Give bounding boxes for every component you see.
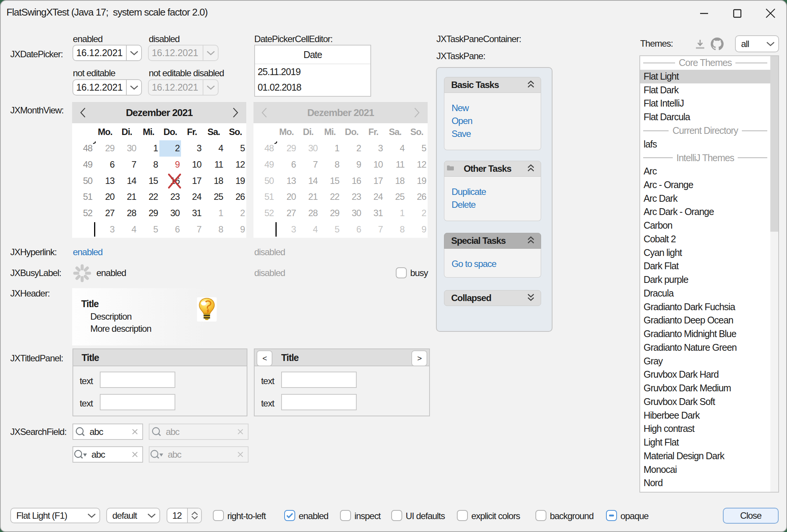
calendar-day-cell[interactable]: 9 [225,221,246,238]
calendar-day-cell[interactable]: 7 [181,221,203,238]
taskpane-link[interactable]: Open [452,115,541,127]
calendar-day-cell[interactable]: 18 [384,173,406,189]
calendar-day-cell[interactable]: 2 [225,205,246,221]
calendar-day-cell[interactable]: 20 [275,189,297,205]
checkbox-label[interactable]: opaque [620,511,648,521]
theme-item[interactable]: High contrast [640,422,770,436]
theme-item[interactable]: Gradianto Midnight Blue [640,327,770,341]
calendar-day-cell[interactable]: 15 [138,173,159,189]
calendar-day-cell[interactable]: 13 [94,173,116,189]
taskpane-link[interactable]: Save [452,127,541,140]
calendar-day-cell[interactable]: 1 [384,205,406,221]
taskpane-link[interactable]: Go to space [452,257,541,270]
calendar-day-cell[interactable]: 10 [181,157,203,173]
calendar-day-cell[interactable]: 9 [406,221,428,238]
search-dropdown-icon[interactable] [74,450,87,460]
calendar-day-cell[interactable]: 12 [225,157,246,173]
calendar-day-cell[interactable]: 4 [297,221,319,238]
date-table-header[interactable]: Date [255,46,370,64]
theme-item[interactable]: Arc - Orange [640,178,770,192]
checkbox-label[interactable]: enabled [299,511,328,521]
spinner-value[interactable]: 12 [167,508,187,523]
calendar-day-cell[interactable]: 3 [181,140,203,157]
calendar-prev-button[interactable] [253,102,275,123]
calendar-day-cell[interactable]: 9 [159,157,181,173]
calendar-day-cell[interactable]: 16 [341,173,362,189]
checkbox-background[interactable] [535,510,546,521]
github-icon[interactable] [711,38,724,52]
calendar-day-cell[interactable]: 1 [203,205,225,221]
titledpanel-right-button[interactable]: > [411,350,427,366]
calendar-day-cell[interactable]: 14 [297,173,319,189]
calendar-day-cell[interactable]: 1 [138,140,159,157]
calendar-day-cell[interactable]: 25 [203,189,225,205]
calendar-day-cell[interactable]: 4 [384,140,406,157]
calendar-day-cell[interactable]: 31 [181,205,203,221]
theme-item[interactable]: Light Flat [640,436,770,449]
calendar-day-cell[interactable]: 24 [362,189,384,205]
calendar-day-cell[interactable]: 30 [159,205,181,221]
calendar-day-cell[interactable]: 9 [341,157,362,173]
checkbox-enabled[interactable] [284,510,295,521]
checkbox-label[interactable]: UI defaults [406,511,445,521]
checkbox-explicit-colors[interactable] [457,510,468,521]
search-input[interactable]: abc [90,427,132,437]
calendar-day-cell[interactable]: 30 [297,140,319,157]
theme-item[interactable]: Dracula [640,287,770,300]
font-size-spinner[interactable]: 12 [167,508,202,523]
theme-combo[interactable]: Flat Light (F1) [10,508,100,523]
font-combo[interactable]: default [106,508,160,523]
chevron-double-down-icon[interactable] [527,289,535,305]
theme-item[interactable]: Flat Dark [640,83,770,97]
taskpane-header[interactable]: Collapsed [444,290,541,306]
theme-item[interactable]: Gradianto Nature Green [640,341,770,355]
busy-checkbox-label[interactable]: busy [410,268,428,278]
calendar-next-button[interactable] [406,102,428,123]
calendar-day-cell[interactable]: 16 [159,173,181,189]
calendar-day-cell[interactable]: 20 [94,189,116,205]
calendar-day-cell[interactable]: 11 [384,157,406,173]
theme-item[interactable]: Arc Dark [640,192,770,206]
chevron-double-up-icon[interactable] [527,76,535,92]
calendar-day-cell[interactable]: 6 [341,221,362,238]
checkbox-inspect[interactable] [340,510,351,521]
maximize-button[interactable] [724,1,751,26]
calendar-day-cell[interactable]: 2 [406,205,428,221]
calendar-day-cell[interactable]: 23 [159,189,181,205]
hyperlink-enabled[interactable]: enabled [73,247,102,257]
datepicker-enabled[interactable]: 16.12.2021 [72,45,142,61]
close-window-button[interactable] [757,1,784,26]
text-field[interactable] [281,372,357,388]
chevron-double-up-icon[interactable] [527,160,535,176]
theme-item[interactable]: Hiberbee Dark [640,409,770,422]
calendar-day-cell[interactable]: 26 [406,189,428,205]
theme-item[interactable]: Nord [640,476,770,490]
calendar-day-cell[interactable]: 11 [203,157,225,173]
calendar-day-cell[interactable]: 17 [362,173,384,189]
checkbox-label[interactable]: right-to-left [227,511,266,521]
clear-icon[interactable] [132,452,138,457]
calendar-day-cell[interactable]: 14 [116,173,138,189]
searchfield-enabled[interactable]: abc [72,424,143,440]
theme-item[interactable]: Gradianto Dark Fuchsia [640,300,770,314]
theme-item[interactable]: Gruvbox Dark Medium [640,381,770,395]
calendar-next-button[interactable] [225,102,246,123]
calendar-day-cell[interactable]: 2 [159,140,181,157]
calendar-day-cell[interactable]: 30 [341,205,362,221]
scrollbar-thumb[interactable] [770,56,778,232]
calendar-day-cell[interactable]: 29 [94,140,116,157]
taskpane-link[interactable]: Duplicate [452,185,541,198]
calendar-day-cell[interactable]: 5 [406,140,428,157]
calendar-day-cell[interactable]: 1 [319,140,341,157]
calendar-day-cell[interactable]: 8 [384,221,406,238]
theme-item[interactable]: Dark Flat [640,259,770,273]
theme-item[interactable]: Material Design Dark [640,449,770,463]
theme-item[interactable]: Gruvbox Dark Soft [640,395,770,409]
theme-item[interactable]: Flat Darcula [640,110,770,124]
searchfield-dropdown-enabled[interactable]: abc [72,446,143,463]
theme-item[interactable]: Arc Dark - Orange [640,205,770,219]
calendar-day-cell[interactable]: 18 [203,173,225,189]
taskpane-link[interactable]: New [452,102,541,115]
calendar-day-cell[interactable]: 29 [275,140,297,157]
download-icon[interactable] [695,39,705,51]
